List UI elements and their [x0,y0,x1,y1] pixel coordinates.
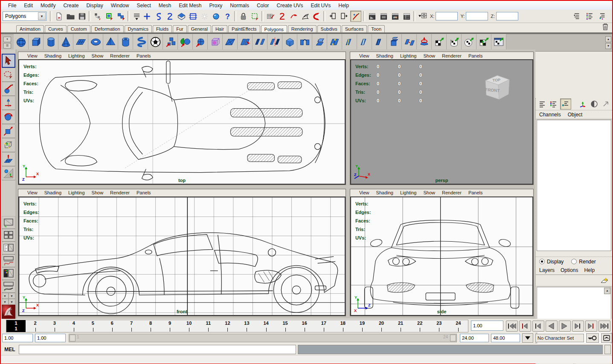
frame-21[interactable]: 21 [391,320,410,332]
paint-select-tool[interactable] [2,82,15,96]
shelf-tab-deformation[interactable]: Deformation [91,25,124,32]
frame-13[interactable]: 13 [237,320,256,332]
shelf-tab-rendering[interactable]: Rendering [288,25,317,32]
shelf-edit-button[interactable]: ☰ [3,43,11,49]
layout-shortcut-3[interactable]: ▼ [2,299,9,305]
shelf-tab-polygons[interactable]: Polygons [261,25,287,33]
menu-object[interactable]: Object [568,112,583,118]
step-back-key-button[interactable] [519,321,531,332]
render-settings-icon[interactable] [401,11,412,21]
viewport-menu-shading[interactable]: Shading [373,53,396,58]
combine-icon[interactable] [163,34,178,49]
menu-options[interactable]: Options [561,267,578,273]
frame-8[interactable]: 8 [141,320,160,332]
step-forward-frame-button[interactable] [572,321,584,332]
selection-mask-menu-icon[interactable] [131,11,142,21]
frame-11[interactable]: 11 [199,320,218,332]
play-backwards-button[interactable] [546,321,558,332]
frame-1[interactable]: 11 [6,320,26,332]
offset-edge-loop-icon[interactable] [372,34,387,49]
shelf-selector-button[interactable]: ▾ [3,37,11,42]
select-by-object-icon[interactable] [104,11,114,21]
select-tool[interactable] [2,54,15,68]
layout-shortcut-4[interactable]: ▼ [9,299,15,305]
viewport-menu-lighting[interactable]: Lighting [65,53,88,58]
make-live-icon[interactable] [199,11,209,21]
frame-24[interactable]: 24 [449,320,468,332]
snap-to-grids-icon[interactable] [142,11,152,21]
scroll-up-icon[interactable]: ▲ [604,288,610,294]
viewport-menu-shading[interactable]: Shading [41,53,64,58]
render-view-icon[interactable] [367,11,377,21]
animation-preferences-icon[interactable] [601,333,612,343]
menu-window[interactable]: Window [107,1,133,10]
frame-14[interactable]: 14 [256,320,276,332]
extrude-icon[interactable] [312,34,327,49]
mel-input[interactable] [19,345,296,354]
channel-box-list[interactable] [537,120,611,251]
soft-modification-tool[interactable] [2,152,15,166]
universal-manipulator-tool[interactable] [2,138,15,152]
menu-edit-uvs[interactable]: Edit UVs [307,1,335,10]
viewport-side-canvas[interactable]: Verts:Edges:Faces:Tris:UVs: [350,196,533,316]
planar-mapping-icon[interactable] [432,34,447,49]
viewport-menu-view[interactable]: View [356,53,372,58]
step-back-frame-button[interactable] [532,321,544,332]
viewport-menu-renderer[interactable]: Renderer [439,53,465,58]
extract-icon[interactable] [402,34,417,49]
layout-hypershade-persp[interactable] [2,267,15,280]
viewport-menu-panels[interactable]: Panels [134,53,154,58]
constraint-icon[interactable] [300,11,310,21]
ipr-render-icon[interactable]: IPR [390,11,400,21]
time-slider-track[interactable]: 1123456789101112131415161718192021222324 [6,320,468,332]
character-set-field[interactable]: No Character Set [535,334,584,342]
poly-cube-icon[interactable] [29,34,44,49]
viewport-persp-canvas[interactable]: Verts:000Edges:000Faces:000Tris:000UVs:0… [350,59,533,185]
mirror-geometry-icon[interactable] [253,34,267,49]
tool-settings-toggle-icon[interactable] [585,11,595,21]
frame-2[interactable]: 2 [26,320,45,332]
range-start-handle[interactable] [70,335,76,341]
viewport-menu-shading[interactable]: Shading [41,190,64,195]
snap-to-curves-icon[interactable] [153,11,163,21]
frame-17[interactable]: 17 [314,320,333,332]
layout-persp-curve[interactable] [2,280,15,293]
viewport-menu-shading[interactable]: Shading [373,190,396,195]
poly-plane-icon[interactable] [73,34,88,49]
x-input[interactable] [436,12,458,20]
menu-help[interactable]: Help [584,267,595,273]
layout-outliner-persp[interactable] [2,242,15,254]
frame-23[interactable]: 23 [430,320,449,332]
range-end-handle[interactable] [450,335,456,341]
shelf-tab-animation[interactable]: Animation [16,25,44,32]
quick-help-icon[interactable]: ? [222,11,232,21]
live-surface-icon[interactable] [211,11,221,21]
viewport-menu-panels[interactable]: Panels [465,190,486,195]
channel-display-hybrid-icon[interactable] [560,98,571,110]
insert-edge-loop-icon[interactable] [357,34,372,49]
shelf-tab-curves[interactable]: Curves [45,25,67,32]
list-input-connections-icon[interactable] [327,11,337,21]
layout-single-pane[interactable] [2,216,15,229]
shelf-tab-subdivs[interactable]: Subdivs [317,25,341,32]
snap-to-points-icon[interactable] [165,11,175,21]
frame-18[interactable]: 18 [333,320,352,332]
lasso-select-tool[interactable] [2,68,15,82]
frame-12[interactable]: 12 [218,320,237,332]
quadrangulate-icon[interactable] [238,34,253,49]
snap-to-view-planes-icon[interactable] [188,11,198,21]
shelf-tab-fluids[interactable]: Fluids [153,25,172,32]
range-slider-track[interactable]: 1 24 [69,334,457,342]
command-results-bar[interactable] [298,345,603,354]
shelf-tab-toon[interactable]: Toon [368,25,385,32]
menu-modify[interactable]: Modify [37,1,59,10]
shelf-tab-hair[interactable]: Hair [212,25,227,32]
shelf-tab-surfaces[interactable]: Surfaces [342,25,367,32]
poly-pyramid-icon[interactable] [103,34,118,49]
menu-color[interactable]: Color [253,1,273,10]
layout-shortcut-1[interactable]: ▼ [2,293,9,299]
append-to-polygon-icon[interactable] [327,34,342,49]
snap-to-projected-center-icon[interactable] [176,11,186,21]
sculpt-pen-icon[interactable] [350,11,361,22]
wedge-faces-icon[interactable] [417,34,432,49]
